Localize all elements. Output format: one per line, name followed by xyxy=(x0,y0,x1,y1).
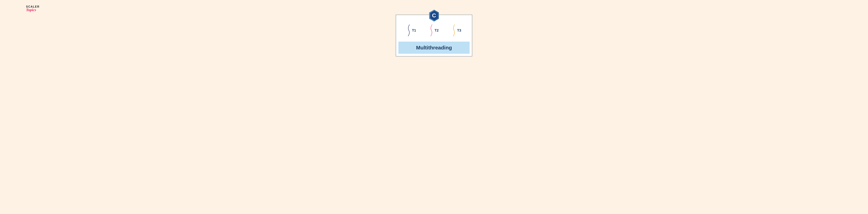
thread-1: T1 xyxy=(407,24,416,36)
brand-logo: SCALER Topics xyxy=(26,5,39,12)
thread-label: T3 xyxy=(457,29,461,32)
threads-container: T1 T2 T3 xyxy=(398,22,470,42)
diagram-title-box: Multithreading xyxy=(398,42,470,54)
thread-curve-icon xyxy=(452,24,456,36)
diagram-title: Multithreading xyxy=(416,45,452,50)
thread-label: T1 xyxy=(412,29,416,32)
thread-curve-icon xyxy=(407,24,411,36)
thread-3: T3 xyxy=(452,24,461,36)
thread-curve-icon xyxy=(429,24,433,36)
thread-label: T2 xyxy=(435,29,438,32)
multithreading-diagram: C T1 T2 T3 Multithreading xyxy=(396,15,472,57)
thread-2: T2 xyxy=(429,24,438,36)
svg-text:C: C xyxy=(432,12,436,19)
c-language-icon: C xyxy=(429,9,439,22)
logo-topics-text: Topics xyxy=(26,8,36,12)
